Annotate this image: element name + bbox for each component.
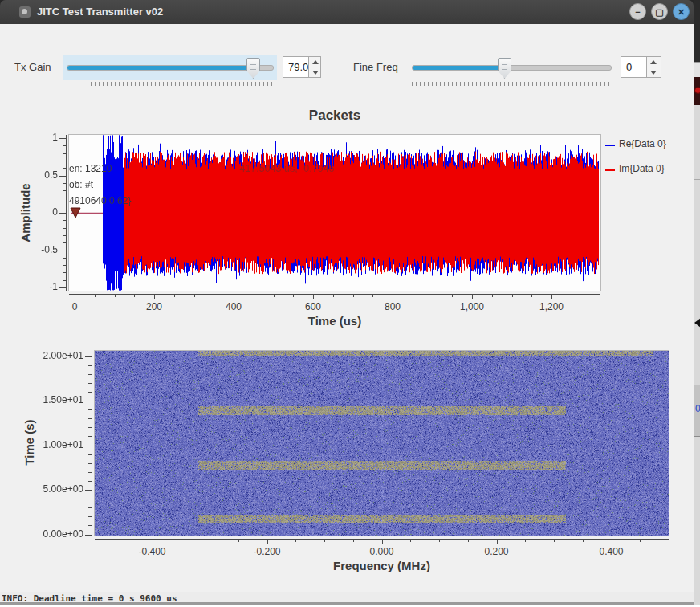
axis-tick (88, 427, 92, 428)
tx-gain-spinbox-value[interactable]: 79.0 (283, 57, 308, 77)
close-button[interactable]: ✕ (673, 3, 690, 20)
axis-tick (472, 294, 473, 299)
background-spinbox[interactable]: 0 (694, 385, 700, 437)
fine-freq-slider[interactable] (408, 55, 616, 86)
axis-tick (115, 294, 116, 297)
axis-tick (59, 251, 66, 251)
axis-tick (531, 294, 532, 297)
axis-tick (85, 490, 92, 491)
axis-tick (154, 294, 155, 299)
axis-tick-label: 2.00e+01 (26, 350, 83, 361)
axis-tick (63, 145, 66, 146)
axis-tick-label: 1 (18, 132, 58, 143)
axis-tick (88, 383, 92, 384)
axis-tick (63, 258, 66, 259)
axis-tick (88, 392, 92, 393)
axis-tick-label: -0.5 (18, 244, 58, 255)
minimize-icon: − (635, 7, 640, 17)
axis-tick (583, 539, 584, 542)
tx-gain-label: Tx Gain (14, 56, 51, 79)
axis-tick (468, 539, 469, 542)
axis-tick (88, 472, 92, 473)
axis-tick (59, 138, 66, 139)
axis-tick (63, 183, 66, 184)
sliver-arrow-segment (694, 314, 700, 331)
axis-tick (134, 294, 135, 297)
sliver-bottom-segment (694, 437, 700, 607)
sliver-spin-segment: 0 (694, 385, 700, 437)
axis-tick (333, 294, 334, 297)
time-plot-legend: Re{Data 0}Im{Data 0} (605, 136, 695, 193)
axis-tick-label: 1.50e+01 (26, 394, 83, 405)
axis-tick (85, 446, 92, 446)
tx-gain-spin-up[interactable] (309, 57, 320, 67)
fine-freq-spin-up[interactable] (647, 57, 661, 67)
time-plot-canvas[interactable] (69, 135, 600, 291)
axis-tick (63, 198, 66, 198)
minimize-button[interactable]: − (629, 3, 646, 20)
axis-tick (63, 190, 66, 191)
tx-gain-slider[interactable] (63, 55, 277, 86)
axis-tick (267, 539, 268, 544)
axis-tick (153, 539, 153, 544)
axis-tick (353, 294, 354, 297)
axis-tick (88, 365, 92, 366)
axis-tick (234, 294, 234, 299)
axis-tick (410, 539, 411, 542)
window-title: JITC Test Transmitter v02 (37, 0, 163, 24)
axis-tick-label: 0.00e+00 (26, 528, 83, 540)
fine-freq-spin-down[interactable] (647, 67, 661, 77)
tx-gain-spin-down[interactable] (309, 67, 320, 77)
axis-tick (353, 539, 354, 542)
axis-tick (124, 539, 124, 542)
axis-tick-label: -0.200 (253, 546, 280, 557)
collapse-arrow-icon[interactable] (694, 318, 700, 328)
axis-tick (88, 516, 92, 517)
tx-gain-slider-ticks (67, 82, 274, 86)
grip-icon (250, 67, 256, 67)
fine-freq-slider-handle[interactable] (498, 58, 511, 79)
axis-tick (63, 272, 66, 273)
app-icon (19, 6, 31, 18)
app-icon-dot (22, 9, 27, 14)
axis-tick (88, 499, 92, 499)
axis-tick (592, 294, 592, 297)
down-arrow-icon (312, 71, 319, 75)
axis-tick (59, 176, 66, 177)
console-text: INFO: Deadline time = 0 s 9600 us (2, 593, 177, 602)
axis-tick (612, 539, 612, 544)
axis-tick (452, 294, 453, 297)
sliver-toolbar-segment (694, 77, 700, 105)
axis-tick (413, 294, 413, 297)
axis-tick-label: 0.000 (369, 546, 393, 557)
down-arrow-icon (650, 71, 657, 75)
axis-tick-label: 0.5 (18, 169, 58, 181)
fine-freq-spinbox-value[interactable]: 0 (621, 57, 646, 77)
console-strip: INFO: Deadline time = 0 s 9600 us (0, 592, 694, 602)
time-y-axis-backbone (66, 135, 67, 291)
record-icon (694, 87, 700, 94)
titlebar[interactable]: JITC Test Transmitter v02 − ▢ ✕ (0, 0, 694, 24)
axis-tick (433, 294, 433, 297)
axis-tick-label: 400 (226, 301, 242, 312)
fine-freq-spinbox: 0 (621, 56, 661, 78)
up-arrow-icon (650, 60, 657, 64)
time-x-axis-backbone (69, 294, 600, 295)
axis-tick-label: 0 (18, 206, 58, 218)
axis-tick (174, 294, 175, 297)
axis-tick (88, 507, 92, 508)
waterfall-canvas[interactable] (95, 351, 669, 536)
axis-tick-label: 200 (146, 301, 162, 312)
axis-tick (214, 294, 214, 297)
maximize-button[interactable]: ▢ (651, 3, 668, 20)
axis-tick (512, 294, 513, 297)
axis-tick (295, 539, 296, 542)
waterfall-xlabel: Frequency (MHz) (95, 559, 669, 572)
tx-gain-spinbox: 79.0 (283, 56, 321, 78)
axis-tick (492, 294, 493, 297)
sliver-dark-segment (694, 0, 700, 62)
fine-freq-slider-track[interactable] (412, 65, 612, 71)
axis-tick (210, 539, 210, 542)
tx-gain-slider-track[interactable] (67, 65, 274, 71)
up-arrow-icon (312, 60, 319, 64)
